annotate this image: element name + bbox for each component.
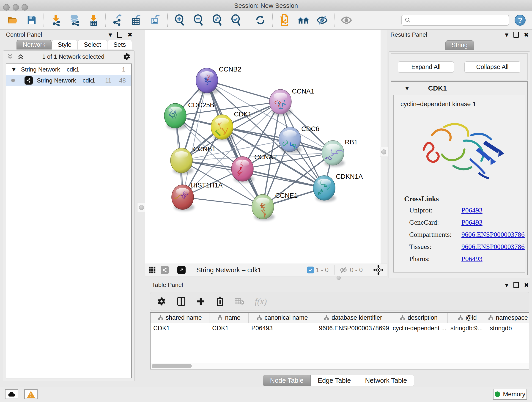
- zoom-fit-icon[interactable]: [211, 14, 223, 26]
- clone-network-icon[interactable]: [279, 14, 291, 26]
- columns-icon[interactable]: [177, 297, 186, 306]
- warning-button[interactable]: [24, 389, 38, 399]
- export-table-icon[interactable]: [131, 14, 143, 26]
- export-image-icon[interactable]: [149, 14, 161, 26]
- network-node-CCNE1[interactable]: CCNE1: [252, 192, 298, 220]
- network-node-CDC25B[interactable]: CDC25B: [164, 101, 214, 129]
- tab-select[interactable]: Select: [78, 40, 107, 50]
- tab-network[interactable]: Network: [17, 40, 51, 50]
- network-tree-row[interactable]: String Network – cdk1 11 48: [6, 75, 131, 86]
- crosslink-compartments[interactable]: 9606.ENSP00000378699: [462, 230, 525, 238]
- crosslink-tissues[interactable]: 9606.ENSP00000378699: [462, 243, 525, 250]
- cell-database-identifier[interactable]: 9606.ENSP00000378699: [316, 325, 390, 332]
- collapse-all-button[interactable]: Collapse All: [464, 61, 520, 73]
- cloud-button[interactable]: [5, 389, 18, 399]
- panel-float-icon[interactable]: [513, 32, 519, 38]
- network-node-CDK1[interactable]: CDK1: [211, 110, 252, 141]
- column-header[interactable]: namespace: [487, 313, 529, 323]
- hide-panel-icon[interactable]: [316, 14, 328, 26]
- crosslink-label: Tissues:: [409, 243, 462, 250]
- zoom-out-icon[interactable]: [192, 14, 204, 26]
- zoom-selected-icon[interactable]: [230, 14, 242, 26]
- expand-all-icon[interactable]: [17, 53, 24, 60]
- panel-close-icon[interactable]: ✖: [524, 282, 529, 288]
- column-header[interactable]: description: [390, 313, 448, 323]
- import-network-icon[interactable]: [50, 14, 62, 26]
- column-header[interactable]: database identifier: [316, 313, 390, 323]
- crosslink-uniprot[interactable]: P06493: [462, 206, 525, 214]
- add-icon[interactable]: [196, 297, 205, 306]
- tab-string[interactable]: String: [445, 40, 474, 50]
- network-node-CCNA2[interactable]: CCNA2: [231, 153, 277, 183]
- cell-namespace[interactable]: stringdb: [487, 325, 529, 332]
- column-header[interactable]: shared name: [151, 313, 209, 323]
- panel-menu-icon[interactable]: ▼: [505, 282, 508, 288]
- cell-name[interactable]: CDK1: [209, 325, 249, 332]
- external-link-icon[interactable]: [177, 266, 186, 274]
- crosslink-genecard[interactable]: P06493: [462, 218, 525, 226]
- cell-description[interactable]: cyclin-dependent ...: [390, 325, 448, 332]
- collapse-all-icon[interactable]: [7, 53, 13, 60]
- show-eye-icon[interactable]: [341, 14, 352, 26]
- vertical-splitter-handle[interactable]: [380, 147, 388, 157]
- table-row[interactable]: CDK1 CDK1 P06493 9606.ENSP00000378699 cy…: [151, 323, 529, 333]
- memory-button[interactable]: Memory: [493, 389, 527, 400]
- tab-network-table[interactable]: Network Table: [358, 375, 414, 386]
- horizontal-splitter[interactable]: [145, 276, 387, 280]
- scrollbar-thumb[interactable]: [152, 364, 192, 368]
- search-field[interactable]: [401, 15, 509, 26]
- network-tree-root-row[interactable]: ▼ String Network – cdk1 1: [6, 64, 131, 75]
- selected-checkbox-icon[interactable]: [307, 267, 314, 274]
- cell-id[interactable]: stringdb:9...: [448, 325, 487, 332]
- column-header[interactable]: @id: [448, 313, 487, 323]
- section-collapse-icon[interactable]: ▼: [405, 85, 409, 91]
- panel-float-icon[interactable]: [117, 32, 122, 38]
- import-database-icon[interactable]: [69, 14, 81, 26]
- network-node-CCNA1[interactable]: CCNA1: [269, 88, 314, 115]
- column-header[interactable]: name: [209, 313, 249, 323]
- save-session-icon[interactable]: [26, 14, 38, 26]
- vertical-splitter-handle[interactable]: [137, 203, 146, 212]
- network-node-RB1[interactable]: RB1: [322, 138, 358, 167]
- network-node-CDKN1A[interactable]: CDKN1A: [313, 173, 363, 202]
- birdseye-icon[interactable]: [373, 265, 384, 275]
- cell-shared-name[interactable]: CDK1: [151, 325, 209, 332]
- expand-all-button[interactable]: Expand All: [398, 61, 454, 73]
- search-input[interactable]: [413, 17, 506, 24]
- network-edge-CCNE1-HIST1H1A[interactable]: [183, 197, 263, 207]
- node-label-CCNE1: CCNE1: [275, 192, 298, 199]
- help-icon[interactable]: ?: [515, 15, 526, 26]
- share-icon[interactable]: [161, 266, 169, 274]
- grid-view-icon[interactable]: [147, 264, 157, 276]
- network-canvas[interactable]: CCNB2CCNA1CDC25BCDK1CDC6RB1CCNB1CCNA2CDK…: [145, 30, 380, 264]
- tab-sets[interactable]: Sets: [107, 40, 132, 50]
- tab-style[interactable]: Style: [51, 40, 78, 50]
- tab-node-table[interactable]: Node Table: [263, 375, 310, 386]
- network-node-CCNB2[interactable]: CCNB2: [196, 65, 241, 94]
- home-layout-icon[interactable]: [298, 14, 309, 26]
- gear-icon[interactable]: [123, 52, 131, 61]
- panel-menu-icon[interactable]: ▼: [109, 32, 112, 38]
- export-network-icon[interactable]: [112, 14, 124, 26]
- network-edge-CCNA2-CDKN1A[interactable]: [242, 169, 324, 188]
- zoom-in-icon[interactable]: [174, 14, 186, 26]
- tree-collapse-icon[interactable]: ▼: [12, 67, 16, 72]
- panel-close-icon[interactable]: ✖: [524, 32, 529, 38]
- panel-close-icon[interactable]: ✖: [127, 32, 133, 38]
- network-nav-toolbar: String Network – cdk1 1 - 0 0 - 0: [145, 264, 387, 276]
- network-node-HIST1H1A[interactable]: HIST1H1A: [172, 182, 223, 211]
- network-edge-CCNB2-HIST1H1A[interactable]: [183, 80, 207, 197]
- panel-float-icon[interactable]: [513, 282, 519, 288]
- horizontal-scrollbar[interactable]: [151, 363, 529, 369]
- cell-canonical-name[interactable]: P06493: [249, 325, 316, 332]
- network-node-CDC6[interactable]: CDC6: [279, 125, 319, 153]
- tab-edge-table[interactable]: Edge Table: [311, 375, 358, 386]
- gear-icon[interactable]: [157, 297, 166, 306]
- refresh-icon[interactable]: [254, 14, 266, 26]
- panel-menu-icon[interactable]: ▼: [505, 32, 508, 38]
- crosslink-pharos[interactable]: P06493: [462, 255, 525, 263]
- open-session-icon[interactable]: [7, 14, 19, 26]
- import-table-icon[interactable]: [88, 14, 99, 26]
- delete-icon[interactable]: [215, 296, 225, 306]
- column-header[interactable]: canonical name: [249, 313, 316, 323]
